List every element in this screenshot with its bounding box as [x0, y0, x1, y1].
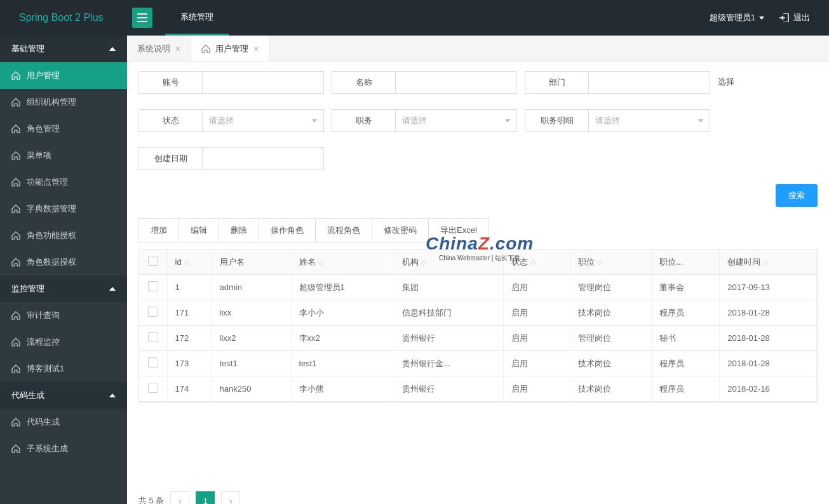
cell-user: test1 — [212, 351, 291, 376]
change-pwd-button[interactable]: 修改密码 — [372, 218, 429, 242]
select-placeholder: 请选择 — [209, 115, 234, 126]
name-input[interactable] — [396, 72, 516, 93]
sidebar-section-basic[interactable]: 基础管理 — [0, 36, 127, 62]
cell-org: 信息科技部门 — [394, 300, 503, 326]
col-id[interactable]: id◇ — [167, 249, 212, 275]
col-status[interactable]: 状态◇ — [503, 249, 570, 275]
menu-toggle-button[interactable] — [132, 8, 152, 28]
tab-label: 用户管理 — [215, 43, 248, 55]
status-select[interactable]: 请选择 — [203, 110, 323, 131]
account-input[interactable] — [203, 72, 323, 93]
cell-id: 171 — [167, 300, 212, 326]
field-label: 职务明细 — [525, 110, 589, 131]
chevron-up-icon — [109, 47, 116, 51]
col-job[interactable]: 职位◇ — [570, 249, 652, 275]
edit-button[interactable]: 编辑 — [179, 218, 219, 242]
col-label: 创建时间 — [727, 257, 760, 267]
export-excel-button[interactable]: 导出Excel — [429, 218, 489, 242]
close-icon[interactable]: × — [175, 44, 180, 54]
col-date[interactable]: 创建时间◇ — [720, 249, 817, 275]
house-icon — [11, 258, 20, 267]
sidebar-section-codegen[interactable]: 代码生成 — [0, 382, 127, 409]
row-checkbox[interactable] — [148, 383, 158, 393]
user-menu[interactable]: 超级管理员1 — [710, 12, 764, 23]
col-name[interactable]: 姓名◇ — [291, 249, 394, 275]
dept-input[interactable] — [589, 72, 710, 93]
cell-org: 贵州银行 — [394, 376, 503, 402]
field-create-date: 创建日期 — [138, 147, 324, 170]
flow-role-button[interactable]: 流程角色 — [316, 218, 372, 242]
sort-icon: ◇ — [763, 258, 768, 266]
sidebar-item-label: 功能点管理 — [27, 176, 68, 188]
close-icon[interactable]: × — [253, 44, 259, 54]
sidebar-item-role-mgmt[interactable]: 角色管理 — [0, 116, 127, 142]
job-select[interactable]: 请选择 — [396, 110, 516, 131]
house-icon — [11, 364, 20, 373]
cell-date: 2018-01-28 — [720, 300, 817, 326]
sidebar-section-label: 基础管理 — [11, 43, 44, 55]
cell-id: 172 — [167, 326, 212, 351]
logout-icon — [779, 13, 790, 22]
table-row[interactable]: 1admin超级管理员1集团启用管理岗位董事会2017-09-13 — [139, 275, 817, 300]
user-table: id◇ 用户名 姓名◇ 机构◇ 状态◇ 职位◇ 职位... 创建时间◇ 1adm… — [138, 249, 818, 402]
sidebar-item-function[interactable]: 功能点管理 — [0, 169, 127, 196]
pager-page-button[interactable]: 1 — [196, 491, 215, 504]
sidebar-item-subsys-gen[interactable]: 子系统生成 — [0, 435, 127, 462]
cell-jobd: 秘书 — [652, 326, 720, 351]
cell-name: 李小熊 — [291, 376, 394, 402]
row-checkbox[interactable] — [148, 307, 158, 317]
field-job: 职务 请选择 — [332, 109, 517, 132]
app-logo: Spring Boot 2 Plus — [0, 12, 127, 23]
sidebar-item-role-func[interactable]: 角色功能授权 — [0, 222, 127, 249]
col-jobd[interactable]: 职位... — [652, 249, 720, 275]
sidebar-item-menu[interactable]: 菜单项 — [0, 142, 127, 169]
cell-status: 启用 — [503, 275, 570, 300]
house-icon — [201, 44, 210, 53]
house-icon — [11, 151, 20, 160]
pager-next-button[interactable]: › — [221, 491, 240, 504]
tab-user-mgmt[interactable]: 用户管理 × — [191, 36, 269, 62]
user-name: 超级管理员1 — [710, 12, 755, 23]
sidebar-item-blog-test[interactable]: 博客测试1 — [0, 355, 127, 382]
table-row[interactable]: 171lixx李小小信息科技部门启用技术岗位程序员2018-01-28 — [139, 300, 817, 326]
sidebar-item-role-data[interactable]: 角色数据授权 — [0, 249, 127, 275]
house-icon — [11, 311, 20, 320]
sidebar-section-monitor[interactable]: 监控管理 — [0, 275, 127, 302]
field-label: 创建日期 — [139, 148, 203, 169]
sidebar-item-dict[interactable]: 字典数据管理 — [0, 196, 127, 222]
sidebar-item-codegen[interactable]: 代码生成 — [0, 409, 127, 435]
dept-select-link[interactable]: 选择 — [718, 71, 734, 94]
col-label: 机构 — [402, 257, 419, 267]
sidebar-item-user-mgmt[interactable]: 用户管理 — [0, 62, 127, 89]
select-all-checkbox[interactable] — [148, 256, 158, 266]
table-row[interactable]: 172lixx2李xx2贵州银行启用管理岗位秘书2018-01-28 — [139, 326, 817, 351]
sidebar-section-label: 监控管理 — [11, 283, 44, 295]
sidebar-item-org-mgmt[interactable]: 组织机构管理 — [0, 89, 127, 116]
create-date-input[interactable] — [203, 148, 323, 169]
sidebar-item-flow[interactable]: 流程监控 — [0, 329, 127, 355]
op-role-button[interactable]: 操作角色 — [259, 218, 316, 242]
col-username[interactable]: 用户名 — [212, 249, 291, 275]
table-row[interactable]: 174hank250李小熊贵州银行启用技术岗位程序员2018-02-16 — [139, 376, 817, 402]
add-button[interactable]: 增加 — [138, 218, 179, 242]
row-checkbox[interactable] — [148, 332, 158, 342]
sidebar-item-audit[interactable]: 审计查询 — [0, 302, 127, 329]
delete-button[interactable]: 删除 — [219, 218, 259, 242]
sort-icon: ◇ — [421, 258, 426, 266]
chevron-up-icon — [109, 287, 116, 291]
top-nav-system[interactable]: 系统管理 — [165, 0, 229, 36]
menu-icon — [137, 13, 147, 22]
pager-prev-button[interactable]: ‹ — [170, 491, 189, 504]
sort-icon: ◇ — [184, 258, 189, 266]
col-label: 职位 — [578, 257, 595, 267]
cell-user: lixx2 — [212, 326, 291, 351]
row-checkbox[interactable] — [148, 281, 158, 291]
chevron-down-icon — [505, 119, 510, 123]
table-row[interactable]: 173test1test1贵州银行金...启用技术岗位程序员2018-01-28 — [139, 351, 817, 376]
logout-button[interactable]: 退出 — [779, 12, 810, 23]
job-detail-select[interactable]: 请选择 — [589, 110, 710, 131]
col-org[interactable]: 机构◇ — [394, 249, 503, 275]
row-checkbox[interactable] — [148, 357, 158, 368]
tab-system-info[interactable]: 系统说明 × — [127, 36, 191, 62]
search-button[interactable]: 搜索 — [776, 184, 818, 207]
